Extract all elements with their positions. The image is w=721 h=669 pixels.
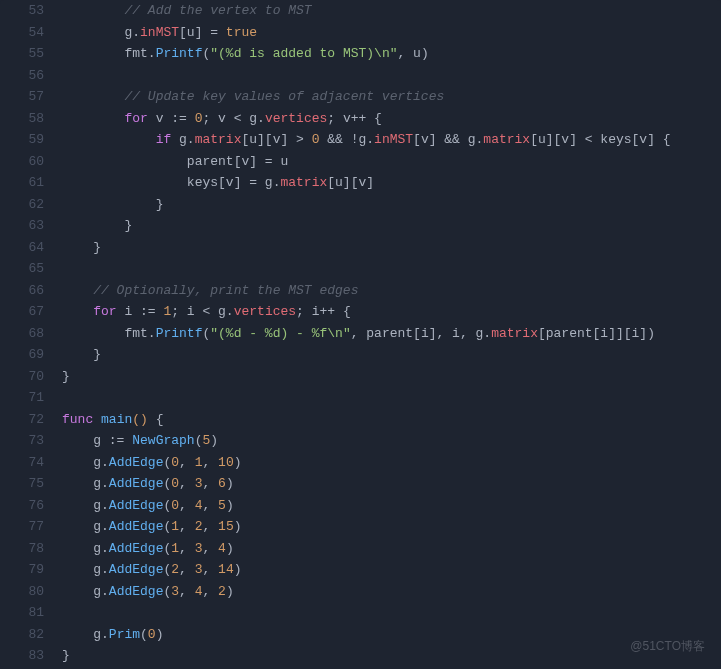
- code-line[interactable]: 82 g.Prim(0): [0, 624, 721, 646]
- code-content[interactable]: }: [62, 215, 721, 237]
- token-plain: ; v < g.: [202, 111, 264, 126]
- code-content[interactable]: }: [62, 366, 721, 388]
- token-plain: g.: [93, 584, 109, 599]
- code-content[interactable]: [62, 258, 721, 280]
- token-func: Printf: [156, 46, 203, 61]
- code-content[interactable]: g.AddEdge(1, 3, 4): [62, 538, 721, 560]
- code-content[interactable]: if g.matrix[u][v] > 0 && !g.inMST[v] && …: [62, 129, 721, 151]
- line-number: 79: [0, 559, 62, 581]
- code-content[interactable]: }: [62, 194, 721, 216]
- token-plain: }: [93, 240, 101, 255]
- code-content[interactable]: // Add the vertex to MST: [62, 0, 721, 22]
- code-content[interactable]: g.Prim(0): [62, 624, 721, 646]
- code-content[interactable]: }: [62, 344, 721, 366]
- token-plain: [u][v] >: [241, 132, 311, 147]
- token-plain: fmt.: [124, 326, 155, 341]
- code-line[interactable]: 76 g.AddEdge(0, 4, 5): [0, 495, 721, 517]
- code-content[interactable]: g.AddEdge(1, 2, 15): [62, 516, 721, 538]
- code-line[interactable]: 57 // Update key values of adjacent vert…: [0, 86, 721, 108]
- code-content[interactable]: // Optionally, print the MST edges: [62, 280, 721, 302]
- token-plain: ,: [202, 541, 218, 556]
- token-plain: ,: [179, 519, 195, 534]
- token-plain: fmt.: [124, 46, 155, 61]
- code-line[interactable]: 56: [0, 65, 721, 87]
- code-content[interactable]: g.AddEdge(0, 3, 6): [62, 473, 721, 495]
- code-line[interactable]: 79 g.AddEdge(2, 3, 14): [0, 559, 721, 581]
- line-number: 81: [0, 602, 62, 624]
- code-line[interactable]: 64 }: [0, 237, 721, 259]
- code-content[interactable]: for i := 1; i < g.vertices; i++ {: [62, 301, 721, 323]
- line-number: 82: [0, 624, 62, 646]
- token-ident: matrix: [280, 175, 327, 190]
- token-plain: ): [226, 498, 234, 513]
- code-line[interactable]: 62 }: [0, 194, 721, 216]
- code-line[interactable]: 59 if g.matrix[u][v] > 0 && !g.inMST[v] …: [0, 129, 721, 151]
- code-line[interactable]: 61 keys[v] = g.matrix[u][v]: [0, 172, 721, 194]
- code-line[interactable]: 73 g := NewGraph(5): [0, 430, 721, 452]
- token-ident: vertices: [234, 304, 296, 319]
- code-line[interactable]: 70}: [0, 366, 721, 388]
- code-content[interactable]: g.AddEdge(2, 3, 14): [62, 559, 721, 581]
- code-line[interactable]: 54 g.inMST[u] = true: [0, 22, 721, 44]
- code-content[interactable]: fmt.Printf("(%d is added to MST)\n", u): [62, 43, 721, 65]
- code-content[interactable]: [62, 602, 721, 624]
- code-line[interactable]: 58 for v := 0; v < g.vertices; v++ {: [0, 108, 721, 130]
- token-plain: g.: [93, 627, 109, 642]
- code-line[interactable]: 75 g.AddEdge(0, 3, 6): [0, 473, 721, 495]
- code-content[interactable]: fmt.Printf("(%d - %d) - %f\n", parent[i]…: [62, 323, 721, 345]
- code-line[interactable]: 53 // Add the vertex to MST: [0, 0, 721, 22]
- code-line[interactable]: 69 }: [0, 344, 721, 366]
- code-line[interactable]: 66 // Optionally, print the MST edges: [0, 280, 721, 302]
- code-content[interactable]: g.AddEdge(0, 4, 5): [62, 495, 721, 517]
- token-number: 1: [171, 541, 179, 556]
- line-number: 59: [0, 129, 62, 151]
- code-line[interactable]: 81: [0, 602, 721, 624]
- line-number: 67: [0, 301, 62, 323]
- code-line[interactable]: 80 g.AddEdge(3, 4, 2): [0, 581, 721, 603]
- token-plain: ,: [179, 584, 195, 599]
- line-number: 53: [0, 0, 62, 22]
- token-plain: (: [140, 627, 148, 642]
- token-number: 2: [171, 562, 179, 577]
- code-line[interactable]: 74 g.AddEdge(0, 1, 10): [0, 452, 721, 474]
- watermark-label: @51CTO博客: [630, 636, 705, 658]
- line-number: 55: [0, 43, 62, 65]
- token-keyword: for: [93, 304, 116, 319]
- code-content[interactable]: g := NewGraph(5): [62, 430, 721, 452]
- token-paren: (): [132, 412, 148, 427]
- token-plain: ): [156, 627, 164, 642]
- token-plain: }: [62, 648, 70, 663]
- code-line[interactable]: 68 fmt.Printf("(%d - %d) - %f\n", parent…: [0, 323, 721, 345]
- code-line[interactable]: 71: [0, 387, 721, 409]
- code-content[interactable]: }: [62, 237, 721, 259]
- code-content[interactable]: func main() {: [62, 409, 721, 431]
- code-line[interactable]: 67 for i := 1; i < g.vertices; i++ {: [0, 301, 721, 323]
- token-plain: }: [62, 369, 70, 384]
- token-number: 4: [218, 541, 226, 556]
- code-line[interactable]: 72func main() {: [0, 409, 721, 431]
- token-plain: g.: [93, 541, 109, 556]
- code-line[interactable]: 60 parent[v] = u: [0, 151, 721, 173]
- code-content[interactable]: g.inMST[u] = true: [62, 22, 721, 44]
- code-line[interactable]: 65: [0, 258, 721, 280]
- token-plain: ): [226, 476, 234, 491]
- code-line[interactable]: 77 g.AddEdge(1, 2, 15): [0, 516, 721, 538]
- token-plain: [93, 412, 101, 427]
- code-content[interactable]: for v := 0; v < g.vertices; v++ {: [62, 108, 721, 130]
- code-line[interactable]: 83}: [0, 645, 721, 667]
- code-line[interactable]: 55 fmt.Printf("(%d is added to MST)\n", …: [0, 43, 721, 65]
- code-content[interactable]: g.AddEdge(0, 1, 10): [62, 452, 721, 474]
- code-content[interactable]: g.AddEdge(3, 4, 2): [62, 581, 721, 603]
- code-line[interactable]: 63 }: [0, 215, 721, 237]
- code-content[interactable]: keys[v] = g.matrix[u][v]: [62, 172, 721, 194]
- code-content[interactable]: parent[v] = u: [62, 151, 721, 173]
- token-plain: ): [234, 455, 242, 470]
- code-line[interactable]: 78 g.AddEdge(1, 3, 4): [0, 538, 721, 560]
- code-content[interactable]: // Update key values of adjacent vertice…: [62, 86, 721, 108]
- token-func: AddEdge: [109, 519, 164, 534]
- code-content[interactable]: }: [62, 645, 721, 667]
- code-content[interactable]: [62, 65, 721, 87]
- line-number: 77: [0, 516, 62, 538]
- code-editor[interactable]: 53 // Add the vertex to MST54 g.inMST[u]…: [0, 0, 721, 667]
- code-content[interactable]: [62, 387, 721, 409]
